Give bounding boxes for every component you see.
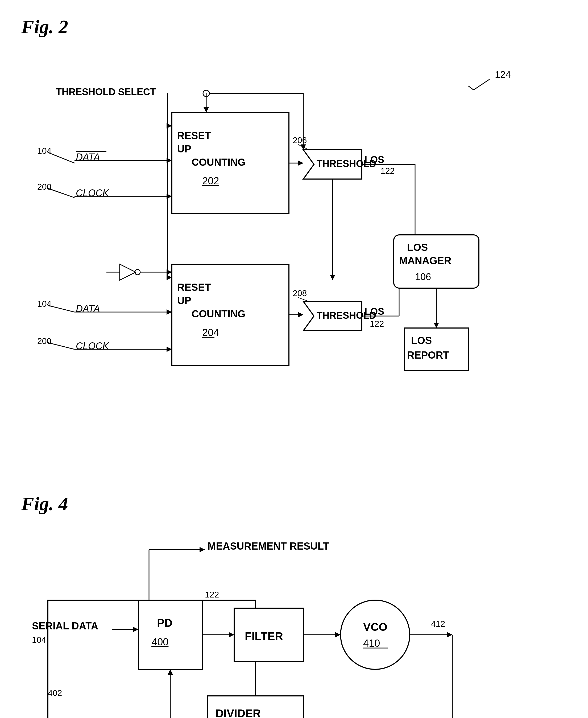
divider-label: DIVIDER — [215, 707, 261, 718]
svg-line-35 — [48, 305, 75, 312]
los-manager-label2: MANAGER — [399, 255, 451, 266]
svg-marker-20 — [167, 158, 172, 163]
svg-marker-64 — [447, 632, 452, 637]
label-122-1: 122 — [380, 166, 395, 175]
svg-marker-56 — [133, 627, 138, 632]
svg-marker-42 — [298, 312, 303, 317]
label-200-1: 200 — [37, 182, 51, 192]
block-202-up: UP — [177, 143, 191, 154]
block-204-reset: RESET — [177, 282, 211, 293]
svg-line-38 — [48, 343, 75, 349]
vco-label: VCO — [363, 621, 387, 633]
svg-line-43 — [298, 297, 309, 301]
pd-num: 400 — [152, 636, 168, 648]
label-122-2: 122 — [370, 319, 384, 329]
svg-line-0 — [474, 79, 489, 90]
data-label-2: DATA — [76, 303, 100, 314]
clock-label-2: CLOCK — [76, 340, 109, 352]
los-report-label2: REPORT — [407, 350, 449, 361]
svg-marker-51 — [204, 107, 209, 112]
figure-2-section: Fig. 2 124 THRESHOLD SELECT — [21, 16, 567, 461]
pd-block — [138, 600, 202, 669]
svg-marker-33 — [330, 275, 335, 280]
block-202-counting: COUNTING — [192, 157, 246, 168]
svg-marker-16 — [167, 270, 172, 275]
serial-data-label: SERIAL DATA — [32, 620, 98, 632]
los-report-block — [404, 328, 468, 371]
page: Fig. 2 124 THRESHOLD SELECT — [0, 0, 588, 718]
threshold-select-label: THRESHOLD SELECT — [56, 86, 156, 97]
svg-line-22 — [48, 188, 75, 198]
los-label-2: LOS — [364, 306, 384, 317]
svg-line-18 — [48, 152, 75, 163]
label-200-2: 200 — [37, 336, 51, 346]
figure-4-section: Fig. 4 MEASUREMENT RESULT SERIAL DATA 10… — [21, 493, 567, 718]
svg-marker-61 — [335, 632, 340, 637]
fig4-title: Fig. 4 — [21, 493, 567, 515]
block-204-num: 204 — [202, 327, 219, 338]
block-204-counting: COUNTING — [192, 308, 246, 319]
filter-label: FILTER — [245, 630, 283, 642]
label-412: 412 — [431, 619, 445, 629]
los-report-label1: LOS — [411, 335, 432, 346]
svg-line-1 — [468, 86, 474, 90]
clock-label-1: CLOCK — [76, 188, 109, 198]
svg-marker-54 — [200, 547, 205, 552]
svg-marker-37 — [167, 310, 172, 315]
label-208: 208 — [293, 288, 307, 298]
vco-block — [340, 600, 410, 669]
los-label-1: LOS — [364, 154, 384, 165]
data-bar-label: DATA — [76, 152, 100, 163]
fig2-diagram: 124 THRESHOLD SELECT — [21, 49, 567, 461]
block-202-num: 202 — [202, 175, 219, 187]
svg-marker-26 — [298, 161, 303, 166]
label-402: 402 — [48, 688, 62, 698]
svg-marker-11 — [167, 275, 172, 280]
vco-num: 410 — [363, 638, 380, 649]
label-122-fig4: 122 — [205, 590, 219, 599]
svg-marker-40 — [167, 346, 172, 352]
los-manager-label1: LOS — [407, 242, 428, 253]
label-124: 124 — [495, 69, 511, 80]
fig4-diagram: MEASUREMENT RESULT SERIAL DATA 104 402 P… — [21, 526, 567, 718]
svg-marker-12 — [120, 264, 136, 280]
svg-marker-71 — [168, 669, 173, 675]
label-104-1: 104 — [37, 146, 51, 156]
label-104-fig4: 104 — [32, 635, 46, 645]
block-204-up: UP — [177, 295, 191, 306]
label-104-2: 104 — [37, 299, 51, 309]
los-manager-num: 106 — [415, 271, 431, 282]
block-202-reset: RESET — [177, 130, 211, 141]
label-206: 206 — [293, 135, 307, 145]
fig2-title: Fig. 2 — [21, 16, 567, 38]
measurement-result-label: MEASUREMENT RESULT — [208, 541, 329, 552]
svg-marker-59 — [229, 632, 234, 637]
svg-marker-24 — [167, 194, 172, 199]
svg-marker-49 — [434, 323, 439, 328]
pd-label: PD — [157, 617, 172, 629]
